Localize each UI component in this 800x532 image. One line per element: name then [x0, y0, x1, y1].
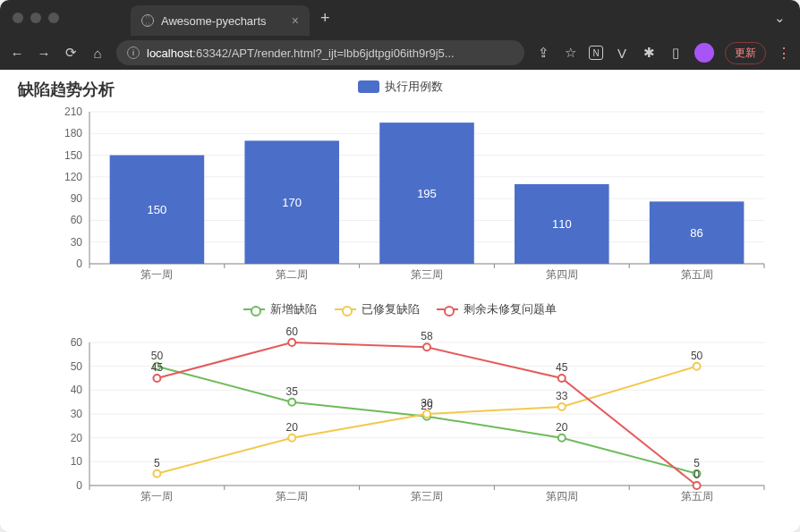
svg-text:60: 60: [286, 325, 299, 338]
svg-text:5: 5: [154, 457, 160, 469]
svg-text:150: 150: [148, 203, 167, 216]
svg-text:150: 150: [64, 149, 82, 162]
data-point: [423, 410, 430, 418]
data-point: [558, 435, 566, 442]
svg-text:30: 30: [71, 236, 83, 249]
svg-text:35: 35: [286, 385, 299, 398]
svg-text:10: 10: [71, 455, 83, 468]
svg-text:170: 170: [282, 196, 302, 209]
svg-text:20: 20: [556, 421, 568, 434]
tab-title: Awesome-pyecharts: [161, 14, 267, 28]
data-point: [694, 482, 701, 489]
info-icon: i: [127, 46, 140, 59]
svg-text:50: 50: [151, 350, 164, 362]
line-chart: 0102030405060第一周第二周第三周第四周第五周503529205520…: [18, 325, 782, 512]
address-bar: ← → ⟳ ⌂ i localhost:63342/APT/render.htm…: [0, 36, 800, 70]
svg-text:90: 90: [71, 192, 83, 205]
panel-icon[interactable]: ▯: [668, 45, 684, 61]
avatar[interactable]: [694, 43, 714, 63]
legend-item[interactable]: 剩余未修复问题单: [437, 301, 557, 317]
menu-icon[interactable]: ⋮: [777, 45, 791, 62]
svg-text:195: 195: [417, 187, 437, 200]
svg-text:第四周: 第四周: [546, 490, 578, 502]
svg-text:第二周: 第二周: [276, 268, 308, 281]
traffic-max[interactable]: [48, 13, 59, 23]
url-input[interactable]: i localhost:63342/APT/render.html?_ijt=l…: [116, 40, 524, 65]
data-point: [288, 435, 295, 442]
svg-text:0: 0: [694, 469, 700, 481]
legend-label: 剩余未修复问题单: [464, 301, 557, 317]
data-point: [558, 403, 566, 410]
home-icon[interactable]: ⌂: [89, 45, 106, 61]
legend-item[interactable]: 新增缺陷: [243, 301, 317, 317]
svg-text:第四周: 第四周: [546, 268, 578, 281]
svg-text:210: 210: [64, 106, 82, 118]
share-icon[interactable]: ⇪: [535, 45, 551, 61]
svg-text:60: 60: [71, 336, 83, 349]
svg-text:120: 120: [64, 171, 82, 183]
extensions-icon[interactable]: ✱: [641, 45, 657, 61]
v-icon[interactable]: V: [614, 45, 630, 61]
new-tab-button[interactable]: +: [310, 9, 341, 28]
data-point: [423, 343, 430, 350]
svg-text:33: 33: [556, 390, 568, 402]
svg-text:0: 0: [76, 258, 82, 270]
legend-item[interactable]: 执行用例数: [358, 79, 443, 95]
svg-text:5: 5: [694, 457, 700, 469]
chevron-down-icon[interactable]: ⌄: [771, 10, 787, 26]
svg-text:第一周: 第一周: [140, 268, 173, 281]
data-point: [153, 470, 160, 477]
svg-text:30: 30: [71, 408, 83, 420]
back-icon[interactable]: ←: [9, 45, 25, 61]
data-point: [153, 375, 160, 382]
data-point: [558, 375, 566, 382]
svg-text:60: 60: [71, 214, 83, 226]
url-path: :63342/APT/render.html?_ijt=lbb6jdtpgi06…: [192, 46, 454, 60]
svg-text:第五周: 第五周: [681, 268, 713, 281]
reload-icon[interactable]: ⟳: [63, 45, 79, 61]
globe-icon: [141, 14, 154, 27]
notion-icon[interactable]: N: [589, 46, 603, 60]
page-content: 缺陷趋势分析 执行用例数 0306090120150180210150第一周17…: [0, 70, 800, 532]
forward-icon[interactable]: →: [36, 45, 52, 61]
svg-text:第二周: 第二周: [276, 490, 308, 502]
star-icon[interactable]: ☆: [562, 45, 578, 61]
svg-text:86: 86: [690, 226, 702, 240]
svg-text:0: 0: [76, 479, 82, 492]
close-icon[interactable]: ×: [292, 13, 299, 28]
legend-line-icon: [243, 308, 265, 310]
svg-text:58: 58: [421, 330, 433, 342]
titlebar: Awesome-pyecharts × + ⌄: [0, 0, 800, 36]
browser-tab[interactable]: Awesome-pyecharts ×: [131, 5, 310, 36]
legend-item[interactable]: 已修复缺陷: [335, 301, 420, 317]
data-point: [694, 363, 701, 370]
bar-legend: 执行用例数: [18, 79, 782, 96]
traffic-min[interactable]: [30, 13, 41, 23]
data-point: [288, 339, 295, 346]
svg-text:50: 50: [71, 360, 83, 373]
data-point: [288, 399, 295, 406]
svg-text:20: 20: [71, 432, 83, 444]
traffic-lights: [13, 13, 59, 23]
url-host: localhost: [147, 46, 192, 60]
legend-swatch: [358, 80, 379, 93]
svg-text:45: 45: [556, 361, 568, 374]
legend-label: 已修复缺陷: [362, 301, 420, 317]
bar-chart: 0306090120150180210150第一周170第二周195第三周110…: [18, 103, 782, 291]
svg-text:30: 30: [421, 397, 433, 410]
svg-text:第三周: 第三周: [411, 490, 443, 502]
svg-text:45: 45: [151, 361, 164, 374]
svg-text:第三周: 第三周: [411, 268, 443, 281]
svg-text:第五周: 第五周: [681, 490, 713, 502]
traffic-close[interactable]: [13, 13, 23, 23]
update-button[interactable]: 更新: [725, 42, 766, 64]
legend-line-icon: [437, 308, 458, 310]
svg-text:180: 180: [64, 127, 82, 139]
svg-text:40: 40: [71, 384, 83, 396]
line-legend: 新增缺陷 已修复缺陷 剩余未修复问题单: [18, 300, 782, 317]
svg-text:第一周: 第一周: [140, 490, 173, 502]
svg-text:50: 50: [691, 350, 703, 362]
legend-label: 新增缺陷: [270, 301, 317, 317]
legend-label: 执行用例数: [385, 79, 443, 95]
svg-text:110: 110: [552, 217, 572, 231]
